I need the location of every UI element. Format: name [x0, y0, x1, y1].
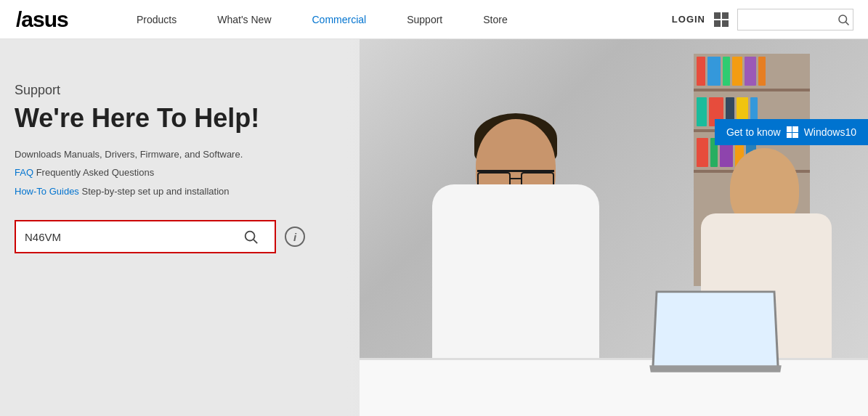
main-search-input[interactable]: [16, 221, 234, 252]
hero-section: Get to know Windows10 Support We're Here…: [0, 39, 868, 416]
laptop-base: [649, 365, 782, 372]
svg-point-3: [246, 232, 255, 241]
hero-table: [360, 358, 868, 416]
svg-line-2: [845, 22, 848, 25]
search-area: i: [15, 220, 334, 253]
hero-desc-faq: FAQ Frequently Asked Questions: [15, 166, 334, 180]
howto-text: Step-by-step set up and installation: [79, 186, 230, 197]
svg-point-1: [839, 15, 847, 23]
hero-desc-downloads: Downloads Manuals, Drivers, Firmware, an…: [15, 147, 334, 162]
logo[interactable]: /asus: [15, 5, 94, 34]
nav-link-store[interactable]: Store: [463, 0, 527, 39]
main-search-button[interactable]: [234, 223, 267, 250]
support-label: Support: [15, 83, 334, 98]
nav-links: Products What's New Commercial Support S…: [116, 0, 672, 39]
svg-text:/asus: /asus: [16, 7, 68, 31]
win-pane: [792, 133, 798, 139]
navbar: /asus Products What's New Commercial Sup…: [0, 0, 868, 39]
grid-cell: [722, 20, 729, 27]
laptop-display: [654, 293, 776, 367]
nav-link-support[interactable]: Support: [386, 0, 463, 39]
main-search-icon: [243, 229, 259, 245]
howto-link[interactable]: How-To Guides: [15, 186, 79, 197]
nav-link-whats-new[interactable]: What's New: [197, 0, 291, 39]
faq-link[interactable]: FAQ: [15, 167, 33, 178]
nav-search-button[interactable]: [832, 10, 854, 29]
shelf-row: [694, 54, 810, 91]
nav-link-products[interactable]: Products: [116, 0, 197, 39]
nav-search-input[interactable]: [738, 9, 832, 30]
hero-desc-howto: How-To Guides Step-by-step set up and in…: [15, 184, 334, 199]
hero-content: Support We're Here To Help! Downloads Ma…: [0, 39, 349, 416]
grid-icon[interactable]: [714, 12, 729, 27]
info-icon[interactable]: i: [285, 227, 305, 247]
hero-background: [360, 39, 868, 416]
hero-title: We're Here To Help!: [15, 104, 334, 133]
windows-logo: [787, 126, 798, 138]
win-pane: [787, 126, 792, 132]
main-search-box: [15, 220, 276, 253]
grid-cell: [722, 12, 729, 19]
win10-get-to-know: Get to know: [726, 126, 781, 138]
laptop-screen: [652, 291, 779, 370]
windows10-banner[interactable]: Get to know Windows10: [715, 119, 868, 145]
grid-cell: [714, 12, 721, 19]
login-button[interactable]: LOGIN: [672, 14, 705, 25]
nav-right: LOGIN: [672, 9, 853, 30]
faq-text: Frequently Asked Questions: [33, 167, 154, 178]
search-icon: [837, 13, 850, 26]
win10-label: Windows10: [804, 126, 856, 138]
nav-link-commercial[interactable]: Commercial: [292, 0, 387, 39]
grid-cell: [714, 20, 721, 27]
win-pane: [787, 133, 792, 139]
asus-logo-svg: /asus: [15, 5, 94, 31]
svg-line-4: [253, 240, 257, 243]
nav-search-box: [737, 9, 853, 30]
glass-bridge: [511, 178, 521, 179]
win-pane: [792, 126, 798, 132]
